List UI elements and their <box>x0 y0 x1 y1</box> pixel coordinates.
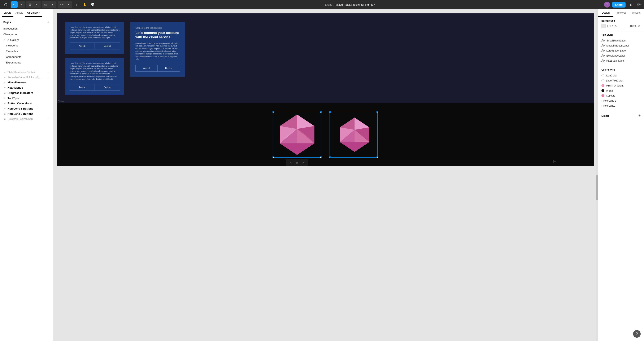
layer-item-buttoncollections[interactable]: ≡ Button Collections <box>0 101 52 106</box>
color-style-callouts[interactable]: Callouts <box>602 93 641 98</box>
mrtk-swatch <box>602 84 604 87</box>
layer-item-pressablebutton[interactable]: ≡ PressableButtonHoloLens2_... ⋯ <box>0 75 52 80</box>
page-item-uigallery[interactable]: ✓ UI Gallery <box>0 37 52 43</box>
dialog-decline-btn-1[interactable]: Decline <box>95 42 120 49</box>
pen-tool[interactable]: ✏ <box>58 1 65 8</box>
background-row: E5E5E5 100% 👁 <box>602 24 641 28</box>
toolbar-navigate[interactable]: › <box>288 160 293 165</box>
tool-group-pen: ✏ ▾ <box>58 1 72 8</box>
text-style-extralargelabel[interactable]: Ag ExtraLargeLabel <box>602 53 641 58</box>
app-menu-button[interactable]: ⬡ <box>2 1 9 8</box>
text-style-hl1buttonlabel[interactable]: Ag HL1ButtonLabel <box>602 58 641 63</box>
ag-icon: Ag <box>602 49 605 52</box>
layer-icon: ≡ <box>3 81 6 84</box>
tab-ui-gallery[interactable]: UI Gallery ▾ <box>25 9 42 17</box>
color-group-hololens1[interactable]: › HoloLens1 <box>602 103 641 108</box>
layer-item-nearmenus[interactable]: ≡ Near Menus <box>0 85 52 90</box>
add-page-button[interactable]: + <box>47 20 49 24</box>
layer-item-hololens2[interactable]: ≡ HoloLens 2 Buttons <box>0 111 52 116</box>
background-hex-input[interactable]: E5E5E5 <box>607 25 627 28</box>
corner-tl-r <box>329 111 331 113</box>
comment-tool[interactable]: 💬 <box>89 1 96 8</box>
page-item-changelog[interactable]: Change Log <box>0 31 52 37</box>
present-button[interactable]: ▶ <box>628 1 634 8</box>
drafts-label[interactable]: Drafts <box>325 3 332 6</box>
color-style-mrtk[interactable]: MRTK Gradient <box>602 83 641 88</box>
layer-item-hologramresize[interactable]: ≡ HologramResizeGlyph ⋯ <box>0 116 52 121</box>
move-tool[interactable]: ↖ <box>11 1 18 8</box>
page-item-components[interactable]: Components <box>0 54 52 60</box>
frame-dropdown2[interactable]: ▾ <box>34 1 40 8</box>
scrollbar-track[interactable] <box>596 9 598 341</box>
zoom-level[interactable]: 42% <box>636 3 642 6</box>
tab-assets[interactable]: Assets <box>14 9 25 17</box>
color-group-hololens2[interactable]: › HoloLens 2 <box>602 98 641 103</box>
color-style-uibkg[interactable]: UIBkg <box>602 88 641 93</box>
tab-prototype[interactable]: Prototype <box>614 9 629 17</box>
text-style-mediumbuttonlabel[interactable]: Ag MediumButtonLabel <box>602 43 641 48</box>
background-color-swatch[interactable] <box>602 24 606 28</box>
text-styles-section: Text Styles Ag SmallButtonLabel Ag Mediu… <box>598 31 644 66</box>
toolbar-settings[interactable]: ⚙ <box>294 160 300 165</box>
dialog-accept-btn-1[interactable]: Accept <box>70 42 95 49</box>
text-tool[interactable]: T <box>73 1 80 8</box>
topbar-right: Y Share ▶ 42% <box>604 1 642 8</box>
cloud-text: Lorem ipsum dolor sit amet, consectetuer… <box>136 42 180 60</box>
shape-tool[interactable]: ▭ <box>42 1 49 8</box>
layer-item-progressindicators[interactable]: ≡ Progress Indicators <box>0 90 52 95</box>
tool-group-select: ↖ ▾ <box>10 1 25 8</box>
path-separator: / <box>334 3 334 6</box>
color-style-iconcolor[interactable]: IconColor <box>602 73 641 78</box>
help-button[interactable]: ? <box>633 330 641 338</box>
avatar[interactable]: Y <box>604 2 610 7</box>
ui-gallery-chevron: ▾ <box>39 12 40 14</box>
color-styles-title: Color Styles <box>602 68 641 71</box>
layer-item-stateplaceholder[interactable]: ≡ StatePlaceholderContent ⋯ <box>0 70 52 75</box>
ag-icon: Ag <box>602 59 605 62</box>
frame-dropdown[interactable]: ▾ <box>18 1 24 8</box>
object-container-left[interactable]: › ⚙ ✕ <box>273 112 321 158</box>
visibility-toggle[interactable]: 👁 <box>638 25 641 28</box>
export-add-button[interactable]: + <box>638 113 641 118</box>
corner-bl-r <box>329 156 331 158</box>
pen-dropdown[interactable]: ▾ <box>65 1 72 8</box>
layer-item-tooltips[interactable]: ≡ ToolTips <box>0 95 52 101</box>
tab-design[interactable]: Design <box>598 9 614 17</box>
cloud-accept-btn[interactable]: Accept <box>136 65 158 72</box>
text-style-largebuttonlabel[interactable]: Ag LargeButtonLabel <box>602 48 641 53</box>
object-container-right[interactable] <box>330 112 378 158</box>
right-panel-tabs: Design Prototype Inspect <box>598 9 644 17</box>
cloud-decline-btn[interactable]: Decline <box>158 65 180 72</box>
tab-inspect[interactable]: Inspect <box>629 9 644 17</box>
frame-tool[interactable]: ⊞ <box>26 1 33 8</box>
page-item-viewports[interactable]: Viewports <box>0 43 52 48</box>
dialog-decline-btn-2[interactable]: Decline <box>95 84 120 91</box>
layer-icon: ≡ <box>3 76 6 79</box>
page-item-introduction[interactable]: Introduction <box>0 26 52 31</box>
scrollbar-thumb[interactable] <box>596 175 598 200</box>
layer-item-hololens1[interactable]: ≡ HoloLens 1 Buttons <box>0 106 52 111</box>
layer-item-miscellaneous[interactable]: ≡ Miscellaneous <box>0 80 52 85</box>
layer-icon: ≡ <box>3 112 6 115</box>
layers-section: ≡ StatePlaceholderContent ⋯ ≡ PressableB… <box>0 68 52 341</box>
canvas-area[interactable]: Lorem ipsum dolor sit amet, consectetuer… <box>53 9 598 341</box>
dialog-accept-btn-2[interactable]: Accept <box>70 84 95 91</box>
hololens1-label: HoloLens1 <box>603 104 615 107</box>
background-opacity[interactable]: 100% <box>629 25 636 28</box>
tab-layers[interactable]: Layers <box>2 9 14 17</box>
page-item-examples[interactable]: Examples <box>0 48 52 54</box>
share-button[interactable]: Share <box>612 2 626 7</box>
mrtk-label: MRTK Gradient <box>606 84 624 87</box>
text-style-smallbuttonlabel[interactable]: Ag SmallButtonLabel <box>602 38 641 43</box>
shape-dropdown[interactable]: ▾ <box>49 1 56 8</box>
layer-icon: ≡ <box>3 86 6 89</box>
corner-tr-r <box>376 111 378 113</box>
color-style-labeltextcolor[interactable]: LabelTextColor <box>602 78 641 83</box>
toolbar-close[interactable]: ✕ <box>301 160 306 165</box>
pages-header: Pages + <box>0 19 52 25</box>
hand-tool[interactable]: ✋ <box>81 1 88 8</box>
dialog-column-left: Lorem ipsum dolor sit amet, consectetuer… <box>66 22 124 95</box>
page-item-experiments[interactable]: Experiments <box>0 60 52 65</box>
dropdown-arrow[interactable]: ▾ <box>374 3 375 6</box>
project-title[interactable]: Mixed Reality Toolkit for Figma <box>336 3 373 6</box>
